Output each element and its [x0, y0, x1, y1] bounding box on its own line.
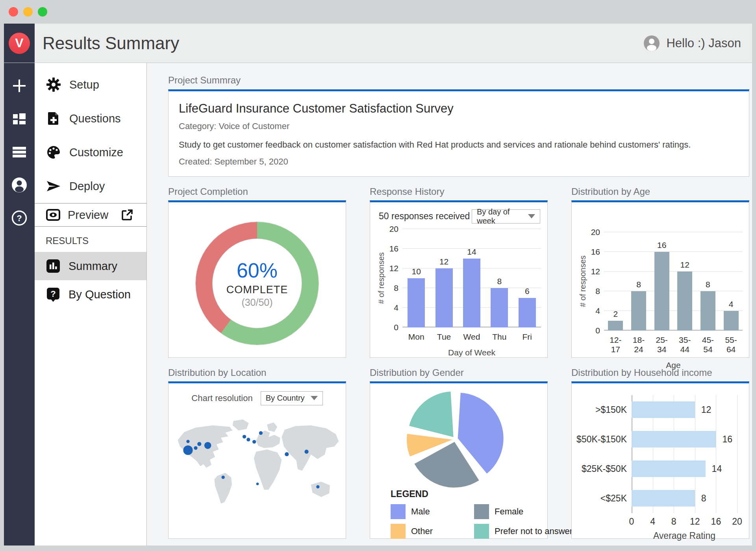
survey-description: Study to get customer feedback on custom… [179, 139, 719, 151]
bar [491, 288, 508, 327]
bar-value-label: 12 [680, 260, 689, 270]
distribution-by-location-card: Chart resolution By Country [168, 381, 346, 539]
distribution-by-income-card: >$150K$50K-$150K$25K-$50K<$25K1216148048… [571, 381, 749, 539]
menu-icon[interactable] [10, 142, 29, 161]
x-tick-label: 25-34 [652, 335, 672, 354]
completion-donut-chart: 60% COMPLETE (30/50) [196, 222, 319, 345]
completion-label: COMPLETE [226, 284, 288, 296]
chevron-down-icon [528, 214, 535, 218]
legend-item: Male [391, 504, 474, 519]
minimize-button[interactable] [23, 7, 33, 17]
sidebar-item-setup[interactable]: Setup [35, 68, 146, 102]
distribution-by-gender-card: LEGEND MaleFemaleOtherPrefer not to answ… [370, 381, 548, 539]
completion-percent: 60% [237, 259, 278, 282]
app-logo[interactable]: V [9, 33, 30, 54]
y-tick-label: 16 [389, 244, 398, 253]
app-window: V Results Summary Hello :) Jason [4, 24, 752, 545]
x-tick-label: 4 [650, 516, 655, 527]
sidebar-item-by-question[interactable]: ? By Question [35, 280, 146, 309]
y-axis-label: # of responses [579, 255, 588, 307]
sidebar-item-deploy[interactable]: Deploy [35, 169, 146, 203]
chart-resolution-label: Chart resolution [191, 393, 252, 403]
day-of-week-dropdown[interactable]: By day of week [472, 209, 540, 224]
legend-label: Other [411, 526, 433, 536]
bar [435, 268, 453, 327]
question-bubble-icon: ? [46, 287, 61, 302]
distribution-by-income-section: Distribution by Household income >$150K$… [571, 367, 749, 539]
sidebar-item-questions[interactable]: Questions [35, 102, 146, 135]
legend-label: Female [495, 507, 523, 517]
x-tick-label: Thu [488, 332, 511, 342]
y-tick-label: 20 [389, 224, 398, 234]
sidebar-item-customize[interactable]: Customize [35, 135, 146, 169]
account-icon[interactable] [10, 176, 29, 194]
bar [631, 291, 646, 331]
map-location-dot [197, 442, 201, 446]
chart-title: Distribution by Gender [370, 367, 548, 378]
x-tick-label: Wed [460, 332, 483, 342]
x-tick-label: 8 [671, 516, 676, 527]
x-tick-label: 18-24 [629, 335, 649, 354]
sidebar-item-summary[interactable]: Summary [35, 252, 146, 280]
category-label: $25K-$50K [582, 464, 627, 474]
y-tick-label: 4 [394, 303, 398, 312]
map-resolution-dropdown[interactable]: By Country [261, 391, 323, 405]
gridline [716, 395, 716, 513]
gear-icon [46, 77, 61, 92]
bar-value-label: 6 [525, 287, 530, 296]
preview-eye-icon [46, 207, 61, 222]
response-history-card: 50 responses received By day of week # o… [370, 200, 548, 358]
gridline [695, 395, 695, 513]
bar [724, 311, 739, 331]
avatar[interactable] [643, 35, 660, 52]
bar-value-label: 14 [712, 464, 722, 474]
response-history-section: Response History 50 responses received B… [370, 186, 548, 358]
bar [632, 460, 706, 477]
legend-title: LEGEND [391, 489, 541, 499]
dashboard-icon[interactable] [10, 109, 29, 128]
document-add-icon [46, 111, 61, 126]
zoom-button[interactable] [38, 7, 47, 17]
legend-swatch [474, 504, 489, 519]
app-header: V Results Summary Hello :) Jason [4, 24, 752, 63]
chart-title: Project Completion [168, 186, 346, 197]
map-location-dot [285, 452, 289, 456]
user-greeting: Hello :) Jason [666, 36, 741, 50]
distribution-by-gender-section: Distribution by Gender LEGEND MaleFemale… [370, 367, 548, 539]
bar-value-label: 14 [467, 247, 476, 257]
bar [700, 291, 715, 331]
close-button[interactable] [9, 7, 18, 17]
y-tick-label: 12 [591, 267, 600, 276]
sidebar-item-label: Questions [69, 112, 121, 125]
category-label: $50K-$150K [576, 434, 627, 445]
svg-text:?: ? [17, 213, 22, 223]
survey-title: LifeGuard Insurance Customer Satisfactio… [179, 102, 737, 116]
x-tick-label: 20 [732, 516, 742, 527]
bar [677, 272, 692, 331]
y-tick-label: 8 [394, 283, 398, 293]
sidebar-item-label: Setup [69, 78, 99, 91]
map-location-dot [256, 483, 259, 485]
bar-chart-icon [46, 259, 61, 274]
map-location-dot [204, 442, 211, 449]
help-icon[interactable]: ? [10, 209, 29, 227]
map-location-dot [316, 485, 319, 488]
dropdown-value: By Country [266, 394, 305, 403]
add-icon[interactable] [10, 76, 29, 95]
x-axis-label: Day of Week [402, 348, 541, 357]
y-tick-label: 20 [591, 227, 600, 237]
responses-received-label: 50 responses received [379, 211, 470, 222]
project-summary-section-title: Project Summray [168, 75, 740, 86]
x-tick-label: 12-17 [606, 335, 625, 354]
sidebar-item-preview[interactable]: Preview [35, 203, 146, 227]
y-tick-label: 8 [595, 287, 600, 296]
map-location-dot [246, 438, 250, 441]
y-tick-label: 16 [591, 247, 600, 257]
bar [632, 431, 716, 447]
map-location-dot [194, 446, 197, 450]
legend-label: Male [411, 507, 430, 517]
bar [519, 298, 536, 327]
bar-value-label: 2 [613, 309, 618, 319]
palette-icon [46, 144, 61, 160]
x-axis-label: Average Rating [632, 531, 737, 541]
